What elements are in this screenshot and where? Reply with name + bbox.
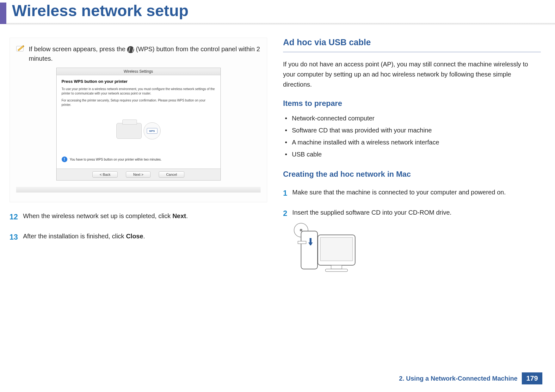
dialog-heading: Press WPS button on your printer xyxy=(62,79,215,84)
wps-icon xyxy=(127,46,134,53)
dialog-footer: < Back Next > Cancel xyxy=(57,168,220,180)
step-2: 2 Insert the supplied software CD into y… xyxy=(283,208,541,219)
note-pencil-icon xyxy=(16,44,25,53)
wps-badge: WPS xyxy=(144,122,161,139)
svg-rect-3 xyxy=(301,231,318,269)
list-item: A machine installed with a wireless netw… xyxy=(283,136,541,148)
creating-adhoc-heading: Creating the ad hoc network in Mac xyxy=(283,170,541,179)
info-icon: ! xyxy=(62,156,67,162)
section-heading-adhoc: Ad hoc via USB cable xyxy=(283,38,541,52)
content-area: If below screen appears, press the (WPS)… xyxy=(0,25,555,280)
left-column: If below screen appears, press the (WPS)… xyxy=(9,38,267,280)
step-13-text-c: . xyxy=(143,233,145,240)
step-number-12: 12 xyxy=(9,211,18,223)
dialog-body: Press WPS button on your printer To use … xyxy=(57,75,220,168)
note-text-before: If below screen appears, press the xyxy=(29,46,127,52)
note-box: If below screen appears, press the (WPS)… xyxy=(9,38,267,202)
printer-icon xyxy=(116,123,142,139)
svg-rect-7 xyxy=(331,265,342,269)
dialog-paragraph-1: To use your printer in a wireless networ… xyxy=(62,87,215,96)
back-button[interactable]: < Back xyxy=(92,171,118,178)
header-rule xyxy=(6,23,555,25)
items-heading: Items to prepare xyxy=(283,99,541,108)
step-13-text: After the installation is finished, clic… xyxy=(23,231,145,241)
svg-rect-4 xyxy=(298,241,306,244)
svg-rect-6 xyxy=(320,237,353,261)
step-number-1: 1 xyxy=(283,187,287,199)
side-tab xyxy=(0,3,6,24)
svg-rect-8 xyxy=(325,269,348,272)
step-2-text: Insert the supplied software CD into you… xyxy=(292,208,452,217)
page-title: Wireless network setup xyxy=(6,2,555,20)
step-1: 1 Make sure that the machine is connecte… xyxy=(283,187,541,199)
note-header: If below screen appears, press the (WPS)… xyxy=(16,44,261,63)
page-footer: 2. Using a Network-Connected Machine 179 xyxy=(399,372,542,384)
wps-chip-label: WPS xyxy=(147,128,157,134)
footer-chapter: 2. Using a Network-Connected Machine xyxy=(399,375,518,382)
wireless-settings-dialog: Wireless Settings Press WPS button on yo… xyxy=(56,68,221,181)
svg-point-2 xyxy=(300,229,302,231)
step-13-bold: Close xyxy=(126,233,143,240)
dialog-alert-text: You have to press WPS button on your pri… xyxy=(70,158,162,161)
step-12-bold: Next xyxy=(172,212,186,219)
right-column: Ad hoc via USB cable If you do not have … xyxy=(283,38,541,280)
note-bottom-bar xyxy=(16,187,261,193)
dialog-alert: ! You have to press WPS button on your p… xyxy=(62,156,215,162)
step-13: 13 After the installation is finished, c… xyxy=(9,231,267,243)
cd-computer-illustration xyxy=(283,222,541,280)
step-number-13: 13 xyxy=(9,231,18,243)
cancel-button[interactable]: Cancel xyxy=(159,171,184,178)
dialog-titlebar: Wireless Settings xyxy=(57,68,220,75)
step-number-2: 2 xyxy=(283,208,287,219)
dialog-paragraph-2: For accessing the printer securely, Setu… xyxy=(62,98,215,107)
step-12-text-c: . xyxy=(186,212,188,219)
step-1-text: Make sure that the machine is connected … xyxy=(292,187,506,197)
list-item: USB cable xyxy=(283,148,541,160)
step-12-text: When the wireless network set up is comp… xyxy=(23,211,188,221)
adhoc-intro: If you do not have an access point (AP),… xyxy=(283,59,541,89)
page-number: 179 xyxy=(522,372,542,384)
next-button[interactable]: Next > xyxy=(126,171,151,178)
step-13-text-a: After the installation is finished, clic… xyxy=(23,233,126,240)
list-item: Network-connected computer xyxy=(283,112,541,124)
page-header: Wireless network setup xyxy=(0,0,555,25)
step-12-text-a: When the wireless network set up is comp… xyxy=(23,212,172,219)
items-list: Network-connected computer Software CD t… xyxy=(283,112,541,160)
list-item: Software CD that was provided with your … xyxy=(283,124,541,136)
step-12: 12 When the wireless network set up is c… xyxy=(9,211,267,223)
printer-illustration: WPS xyxy=(62,113,215,148)
note-text: If below screen appears, press the (WPS)… xyxy=(29,44,261,63)
